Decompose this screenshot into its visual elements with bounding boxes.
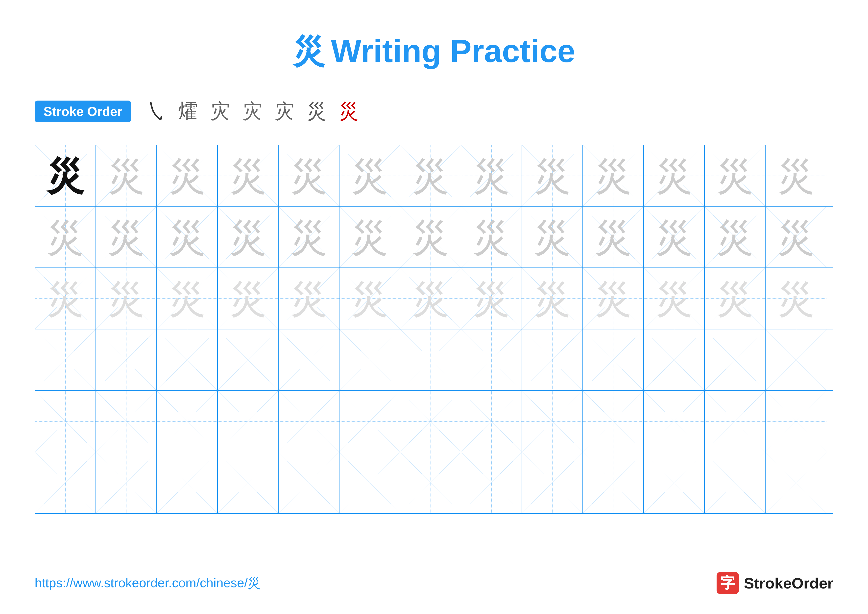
grid-cell-3-10[interactable]: 災 bbox=[583, 268, 644, 329]
grid-cell-1-5[interactable]: 災 bbox=[279, 145, 339, 206]
title-english-text: Writing Practice bbox=[331, 33, 575, 69]
grid-cell-1-2[interactable]: 災 bbox=[96, 145, 157, 206]
grid-cell-1-8[interactable]: 災 bbox=[461, 145, 522, 206]
grid-cell-5-11[interactable] bbox=[644, 391, 705, 452]
brand-name: StrokeOrder bbox=[744, 574, 833, 592]
stroke-step-6: 災 bbox=[307, 98, 327, 125]
footer-url[interactable]: https://www.strokeorder.com/chinese/災 bbox=[35, 574, 260, 592]
grid-row-2: 災 災 災 災 災 災 災 災 災 災 災 災 災 bbox=[35, 207, 833, 268]
grid-cell-6-13[interactable] bbox=[766, 452, 826, 513]
stroke-order-section: Stroke Order ㇂ 㸌 灾 灾 灾 災 災 bbox=[0, 88, 868, 135]
grid-cell-6-5[interactable] bbox=[279, 452, 339, 513]
grid-cell-5-8[interactable] bbox=[461, 391, 522, 452]
grid-cell-6-10[interactable] bbox=[583, 452, 644, 513]
grid-cell-6-1[interactable] bbox=[35, 452, 96, 513]
grid-cell-1-4[interactable]: 災 bbox=[218, 145, 279, 206]
grid-cell-1-9[interactable]: 災 bbox=[522, 145, 583, 206]
grid-cell-5-6[interactable] bbox=[339, 391, 400, 452]
footer-brand: 字 StrokeOrder bbox=[716, 572, 833, 594]
grid-cell-2-8[interactable]: 災 bbox=[461, 207, 522, 267]
grid-cell-1-6[interactable]: 災 bbox=[339, 145, 400, 206]
grid-row-3: 災 災 災 災 災 災 災 災 災 災 災 災 災 bbox=[35, 268, 833, 330]
page-title: 災 Writing Practice bbox=[0, 0, 868, 88]
grid-cell-4-1[interactable] bbox=[35, 330, 96, 390]
grid-cell-4-9[interactable] bbox=[522, 330, 583, 390]
grid-cell-6-6[interactable] bbox=[339, 452, 400, 513]
stroke-order-badge: Stroke Order bbox=[35, 101, 131, 122]
grid-cell-3-11[interactable]: 災 bbox=[644, 268, 705, 329]
grid-cell-3-7[interactable]: 災 bbox=[400, 268, 461, 329]
stroke-sequence: ㇂ 㸌 灾 灾 灾 災 災 bbox=[146, 98, 359, 125]
grid-cell-4-13[interactable] bbox=[766, 330, 826, 390]
grid-cell-1-3[interactable]: 災 bbox=[157, 145, 218, 206]
grid-cell-6-8[interactable] bbox=[461, 452, 522, 513]
grid-cell-2-6[interactable]: 災 bbox=[339, 207, 400, 267]
grid-cell-3-6[interactable]: 災 bbox=[339, 268, 400, 329]
grid-cell-4-4[interactable] bbox=[218, 330, 279, 390]
grid-cell-6-12[interactable] bbox=[705, 452, 766, 513]
grid-cell-2-11[interactable]: 災 bbox=[644, 207, 705, 267]
grid-cell-3-13[interactable]: 災 bbox=[766, 268, 826, 329]
grid-cell-5-5[interactable] bbox=[279, 391, 339, 452]
grid-cell-2-4[interactable]: 災 bbox=[218, 207, 279, 267]
footer: https://www.strokeorder.com/chinese/災 字 … bbox=[35, 572, 833, 594]
grid-cell-2-7[interactable]: 災 bbox=[400, 207, 461, 267]
grid-cell-5-1[interactable] bbox=[35, 391, 96, 452]
grid-cell-4-12[interactable] bbox=[705, 330, 766, 390]
brand-icon: 字 bbox=[716, 572, 739, 594]
grid-cell-2-3[interactable]: 災 bbox=[157, 207, 218, 267]
grid-cell-3-5[interactable]: 災 bbox=[279, 268, 339, 329]
grid-cell-4-2[interactable] bbox=[96, 330, 157, 390]
grid-cell-4-7[interactable] bbox=[400, 330, 461, 390]
grid-cell-5-12[interactable] bbox=[705, 391, 766, 452]
grid-cell-5-7[interactable] bbox=[400, 391, 461, 452]
grid-cell-4-3[interactable] bbox=[157, 330, 218, 390]
char-dark: 災 bbox=[47, 157, 84, 194]
stroke-step-1: ㇂ bbox=[146, 98, 166, 125]
grid-cell-3-2[interactable]: 災 bbox=[96, 268, 157, 329]
grid-cell-2-2[interactable]: 災 bbox=[96, 207, 157, 267]
grid-cell-4-10[interactable] bbox=[583, 330, 644, 390]
grid-cell-1-12[interactable]: 災 bbox=[705, 145, 766, 206]
stroke-step-3: 灾 bbox=[210, 98, 230, 125]
stroke-step-5: 灾 bbox=[274, 98, 294, 125]
grid-cell-5-13[interactable] bbox=[766, 391, 826, 452]
stroke-step-7: 災 bbox=[339, 98, 359, 125]
grid-cell-6-3[interactable] bbox=[157, 452, 218, 513]
grid-cell-6-4[interactable] bbox=[218, 452, 279, 513]
grid-cell-3-12[interactable]: 災 bbox=[705, 268, 766, 329]
title-chinese-char: 災 bbox=[293, 33, 325, 69]
grid-cell-1-7[interactable]: 災 bbox=[400, 145, 461, 206]
grid-cell-1-1[interactable]: 災 bbox=[35, 145, 96, 206]
grid-cell-1-13[interactable]: 災 bbox=[766, 145, 826, 206]
grid-cell-6-11[interactable] bbox=[644, 452, 705, 513]
grid-cell-3-9[interactable]: 災 bbox=[522, 268, 583, 329]
grid-cell-6-2[interactable] bbox=[96, 452, 157, 513]
grid-cell-4-5[interactable] bbox=[279, 330, 339, 390]
grid-cell-2-10[interactable]: 災 bbox=[583, 207, 644, 267]
grid-cell-4-11[interactable] bbox=[644, 330, 705, 390]
grid-row-1: 災 災 災 災 災 災 災 災 災 災 災 災 災 bbox=[35, 145, 833, 207]
grid-cell-3-4[interactable]: 災 bbox=[218, 268, 279, 329]
grid-cell-2-13[interactable]: 災 bbox=[766, 207, 826, 267]
grid-cell-4-8[interactable] bbox=[461, 330, 522, 390]
grid-row-6 bbox=[35, 452, 833, 513]
grid-cell-6-9[interactable] bbox=[522, 452, 583, 513]
grid-cell-5-4[interactable] bbox=[218, 391, 279, 452]
grid-cell-2-1[interactable]: 災 bbox=[35, 207, 96, 267]
grid-cell-5-3[interactable] bbox=[157, 391, 218, 452]
grid-cell-5-2[interactable] bbox=[96, 391, 157, 452]
grid-cell-5-9[interactable] bbox=[522, 391, 583, 452]
grid-cell-4-6[interactable] bbox=[339, 330, 400, 390]
grid-cell-3-1[interactable]: 災 bbox=[35, 268, 96, 329]
practice-grid: 災 災 災 災 災 災 災 災 災 災 災 災 災 災 災 災 災 災 災 災 … bbox=[35, 145, 833, 514]
grid-cell-2-12[interactable]: 災 bbox=[705, 207, 766, 267]
grid-cell-2-5[interactable]: 災 bbox=[279, 207, 339, 267]
grid-cell-5-10[interactable] bbox=[583, 391, 644, 452]
grid-cell-1-10[interactable]: 災 bbox=[583, 145, 644, 206]
grid-cell-1-11[interactable]: 災 bbox=[644, 145, 705, 206]
grid-cell-3-3[interactable]: 災 bbox=[157, 268, 218, 329]
grid-cell-3-8[interactable]: 災 bbox=[461, 268, 522, 329]
grid-cell-6-7[interactable] bbox=[400, 452, 461, 513]
grid-cell-2-9[interactable]: 災 bbox=[522, 207, 583, 267]
